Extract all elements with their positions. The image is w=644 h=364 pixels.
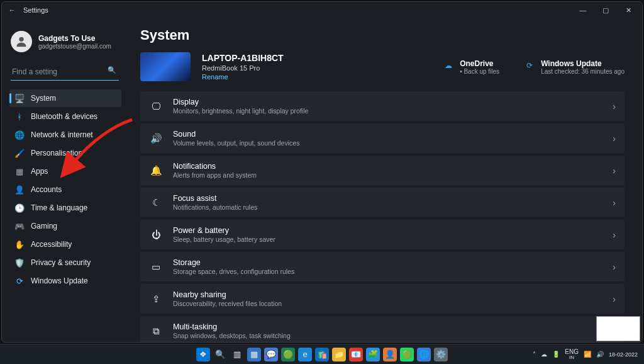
sidebar-item-apps[interactable]: ▦Apps (9, 162, 121, 180)
minimize-button[interactable]: — (572, 3, 594, 18)
taskbar-app-icon[interactable]: ⚙️ (434, 348, 448, 361)
taskbar-app-icon[interactable]: ▥ (230, 348, 244, 361)
windows-update-status[interactable]: ⟳ Windows Update Last checked: 36 minute… (523, 59, 625, 75)
settings-list: 🖵 Display Monitors, brightness, night li… (140, 91, 625, 342)
row-icon: ▭ (149, 261, 163, 273)
row-icon: 🖵 (149, 101, 163, 111)
nav-label: Gaming (31, 222, 57, 230)
close-button[interactable]: ✕ (617, 3, 640, 18)
row-icon: ⇪ (149, 293, 163, 305)
taskbar: ❖🔍▥▦💬🟢e🛍️📁📧🧩👤🟢🌐⚙️ ˄ ☁ 🔋 ENGIN 📶 🔊 18-02-… (0, 344, 644, 364)
settings-row-display[interactable]: 🖵 Display Monitors, brightness, night li… (140, 91, 625, 121)
device-model: RedmiBook 15 Pro (202, 64, 284, 72)
taskbar-app-icon[interactable]: 🧩 (366, 348, 380, 361)
onedrive-sub: • Back up files (460, 68, 499, 75)
chevron-right-icon: › (613, 101, 616, 111)
taskbar-app-icon[interactable]: 🔍 (213, 348, 227, 361)
taskbar-center: ❖🔍▥▦💬🟢e🛍️📁📧🧩👤🟢🌐⚙️ (196, 348, 448, 361)
profile[interactable]: Gadgets To Use gadgetstouse@gmail.com (11, 31, 119, 52)
wifi-icon[interactable]: 📶 (584, 351, 591, 358)
nav-icon: ✋ (14, 239, 25, 249)
row-desc: Sleep, battery usage, battery saver (173, 236, 602, 243)
tray-chevron-icon[interactable]: ˄ (533, 351, 536, 358)
sidebar-item-time-language[interactable]: 🕒Time & language (9, 199, 121, 217)
search-box[interactable]: 🔍 (11, 64, 119, 81)
taskbar-app-icon[interactable]: 👤 (383, 348, 397, 361)
update-title: Windows Update (541, 59, 625, 68)
taskbar-tray[interactable]: ˄ ☁ 🔋 ENGIN 📶 🔊 18-02-2022 (533, 349, 644, 360)
sidebar-item-gaming[interactable]: 🎮Gaming (9, 217, 121, 235)
settings-row-nearby-sharing[interactable]: ⇪ Nearby sharing Discoverability, receiv… (140, 284, 625, 314)
nav-icon: 🎮 (14, 221, 25, 231)
taskbar-app-icon[interactable]: 🛍️ (315, 348, 329, 361)
taskbar-app-icon[interactable]: 🟢 (400, 348, 414, 361)
avatar-icon (11, 31, 32, 52)
settings-row-sound[interactable]: 🔊 Sound Volume levels, output, input, so… (140, 123, 625, 153)
settings-row-notifications[interactable]: 🔔 Notifications Alerts from apps and sys… (140, 156, 625, 185)
row-title: Notifications (173, 162, 602, 171)
nav-icon: 🌐 (14, 130, 25, 140)
sidebar-item-windows-update[interactable]: ⟳Windows Update (9, 272, 121, 290)
update-sub: Last checked: 36 minutes ago (541, 68, 625, 75)
row-desc: Snap windows, desktops, task switching (173, 332, 602, 339)
main-panel: System LAPTOP-A1BIH8CT RedmiBook 15 Pro … (126, 18, 642, 342)
taskbar-app-icon[interactable]: ❖ (196, 348, 210, 361)
onedrive-status[interactable]: ☁ OneDrive • Back up files (442, 59, 499, 75)
sidebar-item-bluetooth-devices[interactable]: ᚼBluetooth & devices (9, 108, 121, 125)
sidebar-item-personalisation[interactable]: 🖌️Personalisation (9, 144, 121, 162)
clock-overlay (596, 316, 640, 341)
chevron-right-icon: › (613, 134, 616, 144)
taskbar-app-icon[interactable]: 💬 (264, 348, 278, 361)
nav-label: Apps (31, 167, 48, 176)
chevron-right-icon: › (613, 198, 616, 208)
volume-icon[interactable]: 🔊 (596, 351, 604, 358)
taskbar-app-icon[interactable]: 📧 (349, 348, 363, 361)
nav-label: Accessibility (31, 240, 72, 249)
nav-icon: 👤 (14, 185, 25, 195)
taskbar-app-icon[interactable]: ▦ (247, 348, 261, 361)
taskbar-app-icon[interactable]: 🌐 (417, 348, 431, 361)
nav-label: Personalisation (31, 149, 82, 157)
taskbar-app-icon[interactable]: e (298, 348, 312, 361)
back-button[interactable]: ← (4, 6, 19, 14)
row-icon: ☾ (149, 197, 163, 208)
settings-row-power-battery[interactable]: ⏻ Power & battery Sleep, battery usage, … (140, 220, 625, 249)
nav-icon: ᚼ (14, 111, 25, 122)
onedrive-title: OneDrive (460, 59, 499, 68)
rename-link[interactable]: Rename (202, 73, 284, 81)
settings-row-storage[interactable]: ▭ Storage Storage space, drives, configu… (140, 252, 625, 282)
chevron-right-icon: › (613, 294, 616, 304)
taskbar-app-icon[interactable]: 🟢 (281, 348, 295, 361)
row-desc: Notifications, automatic rules (173, 203, 602, 211)
row-title: Sound (173, 130, 602, 139)
profile-name: Gadgets To Use (38, 34, 111, 43)
row-desc: Volume levels, output, input, sound devi… (173, 139, 602, 147)
update-icon: ⟳ (523, 59, 536, 72)
tray-battery-icon[interactable]: ☁ (541, 351, 547, 358)
search-input[interactable] (11, 64, 119, 80)
language-indicator[interactable]: ENGIN (565, 349, 579, 360)
nav-label: Windows Update (31, 276, 88, 285)
chevron-right-icon: › (613, 166, 616, 176)
taskbar-date[interactable]: 18-02-2022 (609, 351, 638, 358)
maximize-button[interactable]: ▢ (594, 3, 617, 18)
nav-label: Accounts (31, 185, 62, 194)
sidebar-item-accessibility[interactable]: ✋Accessibility (9, 236, 121, 253)
nav-label: Privacy & security (31, 258, 91, 267)
chevron-right-icon: › (613, 262, 616, 272)
settings-row-focus-assist[interactable]: ☾ Focus assist Notifications, automatic … (140, 188, 625, 217)
taskbar-app-icon[interactable]: 📁 (332, 348, 346, 361)
row-desc: Discoverability, received files location (173, 300, 602, 307)
sidebar-item-network-internet[interactable]: 🌐Network & internet (9, 126, 121, 144)
tray-power-icon[interactable]: 🔋 (552, 351, 560, 358)
settings-row-multi-tasking[interactable]: ⧉ Multi-tasking Snap windows, desktops, … (140, 316, 625, 342)
row-desc: Monitors, brightness, night light, displ… (173, 107, 602, 115)
nav-list: 🖥️SystemᚼBluetooth & devices🌐Network & i… (9, 89, 121, 290)
page-heading: System (140, 27, 625, 43)
sidebar: Gadgets To Use gadgetstouse@gmail.com 🔍 … (2, 18, 126, 342)
sidebar-item-privacy-security[interactable]: 🛡️Privacy & security (9, 254, 121, 271)
sidebar-item-system[interactable]: 🖥️System (9, 89, 121, 107)
row-icon: 🔔 (149, 165, 163, 176)
nav-icon: 🕒 (14, 203, 25, 213)
sidebar-item-accounts[interactable]: 👤Accounts (9, 181, 121, 198)
